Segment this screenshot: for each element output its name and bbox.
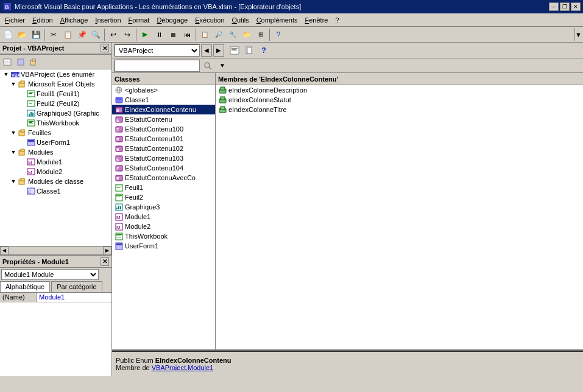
toolbar-save[interactable]: 💾 bbox=[29, 28, 43, 41]
tree-graphique3[interactable]: Graphique3 (Graphic bbox=[0, 108, 111, 118]
menu-fichier[interactable]: Fichier bbox=[1, 14, 29, 26]
properties-dropdown[interactable]: Module1 Module bbox=[1, 269, 99, 280]
proj-view-object[interactable] bbox=[15, 56, 27, 68]
class-estatut104[interactable]: E EStatutContenu104 bbox=[112, 163, 215, 173]
copy-button[interactable] bbox=[242, 44, 256, 57]
toolbar-redo[interactable]: ↪ bbox=[121, 28, 134, 41]
toolbar-reset[interactable]: ⏮ bbox=[180, 28, 194, 41]
nav-forward-button[interactable]: ▶ bbox=[213, 44, 224, 57]
search-options-button[interactable]: ▼ bbox=[216, 59, 229, 72]
toolbar-pause[interactable]: ⏸ bbox=[152, 28, 166, 41]
toolbar-userform[interactable]: 📋 bbox=[198, 28, 211, 41]
member-statut-label: eIndexColonneStatut bbox=[228, 96, 291, 103]
tree-module2[interactable]: M Module2 bbox=[0, 167, 111, 177]
class-eindex[interactable]: E EIndexColonneContenu bbox=[112, 105, 215, 114]
toolbar-stop[interactable]: ⏹ bbox=[166, 28, 180, 41]
tree-classe1[interactable]: C Classe1 bbox=[0, 186, 111, 196]
proj-view-code[interactable]: </> bbox=[1, 56, 13, 68]
menu-affichage[interactable]: Affichage bbox=[57, 14, 92, 26]
class-graphique3[interactable]: Graphique3 bbox=[112, 202, 215, 212]
toolbar-props[interactable]: ⊞ bbox=[254, 28, 267, 41]
classes-list[interactable]: <globales> Classe1 bbox=[112, 85, 215, 349]
menu-execution[interactable]: Exécution bbox=[191, 14, 228, 26]
toolbar-help[interactable]: ? bbox=[272, 28, 285, 41]
help-button[interactable]: ? bbox=[257, 44, 270, 57]
scroll-right[interactable]: ▶ bbox=[103, 247, 111, 255]
class-estatut100[interactable]: E EStatutContenu100 bbox=[112, 124, 215, 134]
member-description[interactable]: eIndexColonneDescription bbox=[216, 85, 583, 95]
project-tree[interactable]: ▼ VBA VBAProject (Les énumér ▼ bbox=[0, 69, 111, 246]
status-link[interactable]: VBAProject.Module1 bbox=[152, 364, 214, 371]
class-estatutavec[interactable]: E EStatutContenuAvecCo bbox=[112, 173, 215, 183]
menu-insertion[interactable]: Insertion bbox=[91, 14, 124, 26]
toolbar-cut[interactable]: ✂ bbox=[47, 28, 60, 41]
close-button[interactable]: ✕ bbox=[571, 2, 581, 11]
class-estatut103[interactable]: E EStatutContenu103 bbox=[112, 153, 215, 163]
minimize-button[interactable]: ─ bbox=[549, 2, 559, 11]
view-definition-button[interactable] bbox=[228, 44, 241, 57]
class-estatut[interactable]: E EStatutContenu bbox=[112, 114, 215, 124]
tree-module1[interactable]: M Module1 bbox=[0, 157, 111, 167]
expand-vbaproject[interactable]: ▼ bbox=[1, 69, 11, 79]
class-feuil2[interactable]: Feuil2 bbox=[112, 192, 215, 202]
class-thisworkbook[interactable]: ThisWorkbook bbox=[112, 231, 215, 241]
class-classe1[interactable]: Classe1 bbox=[112, 95, 215, 105]
menu-help[interactable]: ? bbox=[331, 14, 342, 26]
project-hscroll[interactable]: ◀ ▶ bbox=[0, 246, 111, 254]
toolbar-file-new[interactable]: 📄 bbox=[1, 28, 15, 41]
class-feuil1[interactable]: Feuil1 bbox=[112, 183, 215, 192]
toolbar-scroll[interactable]: ▼ bbox=[574, 28, 582, 41]
toolbar-project[interactable]: 📁 bbox=[240, 28, 253, 41]
restore-button[interactable]: ❐ bbox=[560, 2, 570, 11]
class-estatut101[interactable]: E EStatutContenu101 bbox=[112, 134, 215, 144]
expand-modules[interactable]: ▼ bbox=[9, 147, 18, 157]
menu-fenetre[interactable]: Fenêtre bbox=[302, 14, 332, 26]
tab-alphabetique[interactable]: Alphabétique bbox=[0, 281, 50, 292]
svg-rect-84 bbox=[116, 236, 121, 236]
properties-close-button[interactable]: ✕ bbox=[101, 257, 109, 266]
class-userform1[interactable]: UserForm1 bbox=[112, 241, 215, 251]
toolbar-paste[interactable]: 📌 bbox=[75, 28, 88, 41]
menu-complements[interactable]: Compléments bbox=[253, 14, 302, 26]
member-statut[interactable]: eIndexColonneStatut bbox=[216, 95, 583, 105]
menu-outils[interactable]: Outils bbox=[228, 14, 253, 26]
tree-modules-classe[interactable]: ▼ Modules de classe bbox=[0, 177, 111, 186]
toolbar-undo[interactable]: ↩ bbox=[107, 28, 120, 41]
toolbar-open[interactable]: 📂 bbox=[15, 28, 29, 41]
member-titre[interactable]: eIndexColonneTitre bbox=[216, 105, 583, 114]
class-module1[interactable]: M Module1 bbox=[112, 212, 215, 222]
toolbar-find[interactable]: 🔍 bbox=[89, 28, 102, 41]
menu-debogage[interactable]: Débogage bbox=[153, 14, 191, 26]
project-combo[interactable]: VBAProject bbox=[115, 44, 200, 57]
tree-userform1[interactable]: UserForm1 bbox=[0, 138, 111, 147]
tab-par-categorie[interactable]: Par catégorie bbox=[51, 281, 102, 292]
tree-feuil2[interactable]: Feuil2 (Feuil2) bbox=[0, 99, 111, 108]
tree-feuil1[interactable]: Feuil1 (Feuil1) bbox=[0, 89, 111, 99]
vbaproject-icon: VBA bbox=[11, 70, 19, 79]
scroll-left[interactable]: ◀ bbox=[0, 247, 9, 255]
window-controls[interactable]: ─ ❐ ✕ bbox=[549, 2, 581, 11]
expand-feuilles[interactable]: ▼ bbox=[9, 128, 18, 138]
class-module2[interactable]: M Module2 bbox=[112, 222, 215, 231]
class-estatut102[interactable]: E EStatutContenu102 bbox=[112, 144, 215, 153]
tree-feuilles[interactable]: ▼ Feuilles bbox=[0, 128, 111, 138]
toolbar-object-browser[interactable]: 🔎 bbox=[212, 28, 225, 41]
toolbar-run[interactable]: ▶ bbox=[138, 28, 152, 41]
menu-format[interactable]: Format bbox=[125, 14, 154, 26]
toolbar-copy[interactable]: 📋 bbox=[61, 28, 74, 41]
tree-modules[interactable]: ▼ Modules bbox=[0, 147, 111, 157]
class-globales[interactable]: <globales> bbox=[112, 85, 215, 95]
expand-excel-objects[interactable]: ▼ bbox=[9, 79, 18, 89]
nav-back-button[interactable]: ◀ bbox=[201, 44, 212, 57]
menu-edition[interactable]: Edition bbox=[29, 14, 57, 26]
tree-thisworkbook[interactable]: ThisWorkbook bbox=[0, 118, 111, 128]
search-button[interactable] bbox=[201, 59, 214, 72]
toolbar-toolbox[interactable]: 🔧 bbox=[226, 28, 239, 41]
proj-toggle-folders[interactable] bbox=[28, 56, 40, 68]
project-close-button[interactable]: ✕ bbox=[101, 44, 109, 52]
tree-excel-objects[interactable]: ▼ Microsoft Excel Objets bbox=[0, 79, 111, 89]
members-list[interactable]: eIndexColonneDescription eIndexColonneSt… bbox=[216, 85, 583, 349]
search-input[interactable] bbox=[115, 60, 200, 72]
expand-modules-classe[interactable]: ▼ bbox=[9, 177, 18, 186]
tree-vbaproject[interactable]: ▼ VBA VBAProject (Les énumér bbox=[0, 69, 111, 79]
